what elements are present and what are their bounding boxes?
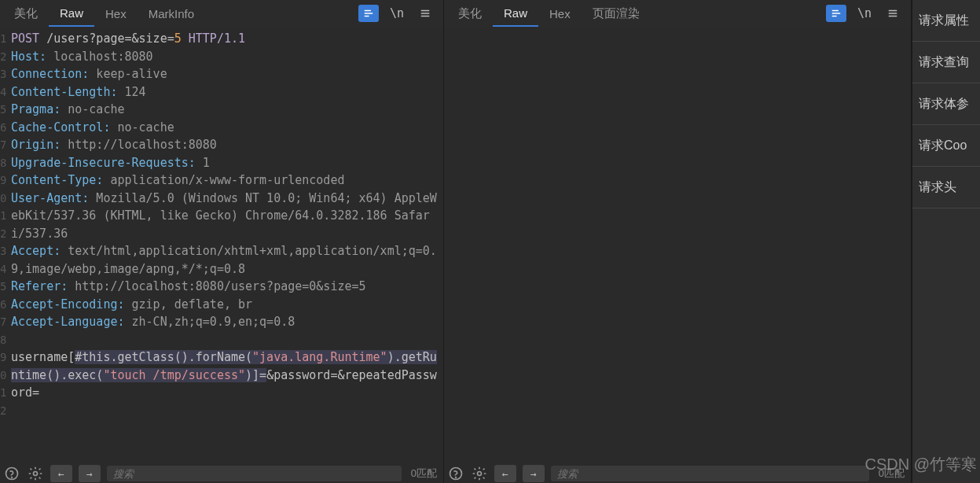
next-match-button[interactable]: → bbox=[79, 465, 101, 482]
right-tabs: 美化 Raw Hex 页面渲染 \n bbox=[444, 0, 911, 27]
newline-icon[interactable]: \n bbox=[387, 5, 407, 22]
match-count: 0匹配 bbox=[408, 466, 440, 481]
search-input[interactable] bbox=[107, 466, 402, 481]
request-editor[interactable]: 1234567890123456789012 POST /users?page=… bbox=[0, 27, 443, 464]
tab-render[interactable]: 页面渲染 bbox=[582, 0, 651, 27]
tab-raw[interactable]: Raw bbox=[493, 0, 538, 27]
settings-icon[interactable] bbox=[27, 465, 44, 482]
left-tabs: 美化 Raw Hex MarkInfo \n bbox=[0, 0, 443, 27]
tab-hex[interactable]: Hex bbox=[538, 0, 582, 27]
inspector-item[interactable]: 请求体参 bbox=[912, 83, 980, 125]
inspector-item[interactable]: 请求头 bbox=[912, 167, 980, 208]
search-input[interactable] bbox=[551, 466, 869, 481]
inspector-item[interactable]: 请求Coo bbox=[912, 125, 980, 167]
wrap-icon[interactable] bbox=[826, 5, 846, 22]
wrap-icon[interactable] bbox=[358, 5, 379, 22]
inspector-item[interactable]: 请求查询 bbox=[912, 42, 980, 83]
help-icon[interactable] bbox=[447, 465, 464, 482]
svg-point-1 bbox=[12, 477, 13, 478]
newline-icon[interactable]: \n bbox=[854, 5, 875, 22]
request-panel: 美化 Raw Hex MarkInfo \n 12345678901234567… bbox=[0, 0, 444, 483]
settings-icon[interactable] bbox=[471, 465, 488, 482]
match-count: 0匹配 bbox=[875, 466, 908, 481]
left-footer: ← → 0匹配 bbox=[0, 464, 443, 483]
right-footer: ← → 0匹配 bbox=[444, 464, 911, 483]
next-match-button[interactable]: → bbox=[523, 465, 545, 482]
svg-point-2 bbox=[34, 472, 38, 476]
menu-icon[interactable] bbox=[883, 5, 903, 22]
line-gutter: 1234567890123456789012 bbox=[0, 30, 8, 464]
svg-point-5 bbox=[478, 472, 482, 476]
help-icon[interactable] bbox=[3, 465, 20, 482]
inspector-sidebar: 请求属性请求查询请求体参请求Coo请求头 bbox=[912, 0, 980, 483]
tab-beautify[interactable]: 美化 bbox=[447, 0, 493, 27]
menu-icon[interactable] bbox=[415, 5, 435, 22]
tab-beautify[interactable]: 美化 bbox=[3, 0, 49, 27]
inspector-item[interactable]: 请求属性 bbox=[912, 0, 980, 42]
tab-raw[interactable]: Raw bbox=[49, 0, 94, 27]
tab-hex[interactable]: Hex bbox=[94, 0, 138, 27]
tab-markinfo[interactable]: MarkInfo bbox=[138, 0, 205, 27]
prev-match-button[interactable]: ← bbox=[494, 465, 516, 482]
prev-match-button[interactable]: ← bbox=[50, 465, 72, 482]
response-editor[interactable] bbox=[444, 27, 911, 464]
svg-point-4 bbox=[456, 477, 457, 478]
response-panel: 美化 Raw Hex 页面渲染 \n ← bbox=[444, 0, 912, 483]
